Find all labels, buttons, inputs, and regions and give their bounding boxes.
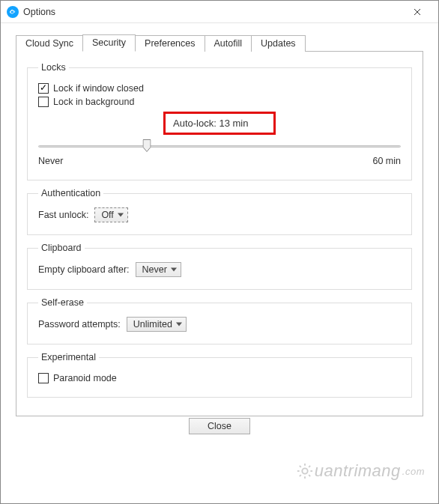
svg-line-8: [300, 475, 301, 476]
tab-updates[interactable]: Updates: [251, 35, 306, 52]
group-self-erase-legend: Self-erase: [38, 297, 87, 308]
autolock-text: Auto-lock: 13 min: [173, 118, 248, 129]
group-authentication-legend: Authentication: [38, 188, 103, 198]
empty-clipboard-value: Never: [142, 264, 167, 275]
window-close-button[interactable]: [402, 1, 432, 22]
slider-track[interactable]: [38, 145, 401, 148]
tab-autofill[interactable]: Autofill: [205, 35, 252, 52]
checkbox-paranoid-label: Paranoid mode: [53, 373, 117, 383]
group-self-erase: Self-erase Password attempts: Unlimited: [27, 297, 412, 344]
password-attempts-value: Unlimited: [133, 319, 172, 330]
window-title: Options: [23, 7, 402, 17]
content-area: Cloud Sync Security Preferences Autofill…: [1, 23, 438, 439]
group-locks-legend: Locks: [38, 62, 69, 73]
panel-security: Locks Lock if window closed Lock in back…: [16, 52, 423, 416]
fast-unlock-select[interactable]: Off: [94, 207, 127, 222]
tabs: Cloud Sync Security Preferences Autofill…: [16, 34, 423, 52]
app-icon: [7, 6, 19, 18]
watermark-suffix: .com: [402, 466, 425, 477]
checkbox-lock-background-row[interactable]: Lock in background: [38, 97, 401, 107]
checkbox-paranoid-row[interactable]: Paranoid mode: [38, 373, 401, 383]
empty-clipboard-select[interactable]: Never: [136, 262, 181, 277]
checkbox-lock-if-closed-row[interactable]: Lock if window closed: [38, 83, 401, 94]
svg-point-0: [10, 10, 13, 13]
autolock-slider[interactable]: Never 60 min: [38, 139, 401, 166]
slider-thumb[interactable]: [143, 139, 151, 153]
group-authentication: Authentication Fast unlock: Off: [27, 188, 412, 235]
autolock-highlight: Auto-lock: 13 min: [163, 112, 276, 135]
empty-clipboard-label: Empty clipboard after:: [38, 264, 130, 275]
watermark-text: uantrimang: [315, 461, 401, 481]
group-clipboard: Clipboard Empty clipboard after: Never: [27, 243, 412, 290]
titlebar: Options: [1, 1, 438, 23]
slider-max-label: 60 min: [372, 156, 401, 166]
checkbox-lock-if-closed-label: Lock if window closed: [53, 83, 144, 94]
tab-security[interactable]: Security: [82, 34, 136, 52]
checkbox-lock-if-closed[interactable]: [38, 83, 49, 94]
group-experimental-legend: Experimental: [38, 352, 99, 362]
gear-icon: [297, 463, 313, 479]
password-attempts-label: Password attempts:: [38, 319, 121, 330]
checkbox-paranoid[interactable]: [38, 373, 49, 383]
svg-line-9: [309, 466, 310, 467]
tab-cloud-sync[interactable]: Cloud Sync: [16, 35, 83, 52]
svg-line-7: [309, 475, 310, 476]
footer: Close: [16, 421, 423, 431]
slider-min-label: Never: [38, 156, 63, 166]
tab-preferences[interactable]: Preferences: [135, 35, 205, 52]
group-experimental: Experimental Paranoid mode: [27, 352, 412, 398]
group-clipboard-legend: Clipboard: [38, 243, 85, 253]
checkbox-lock-background[interactable]: [38, 97, 49, 107]
group-locks: Locks Lock if window closed Lock in back…: [27, 62, 412, 180]
fast-unlock-label: Fast unlock:: [38, 210, 88, 220]
password-attempts-select[interactable]: Unlimited: [127, 317, 187, 332]
watermark: uantrimang .com: [297, 461, 425, 481]
close-button[interactable]: Close: [189, 418, 250, 434]
fast-unlock-value: Off: [101, 210, 113, 220]
svg-line-6: [300, 466, 301, 467]
checkbox-lock-background-label: Lock in background: [53, 97, 134, 107]
svg-point-1: [302, 468, 307, 473]
